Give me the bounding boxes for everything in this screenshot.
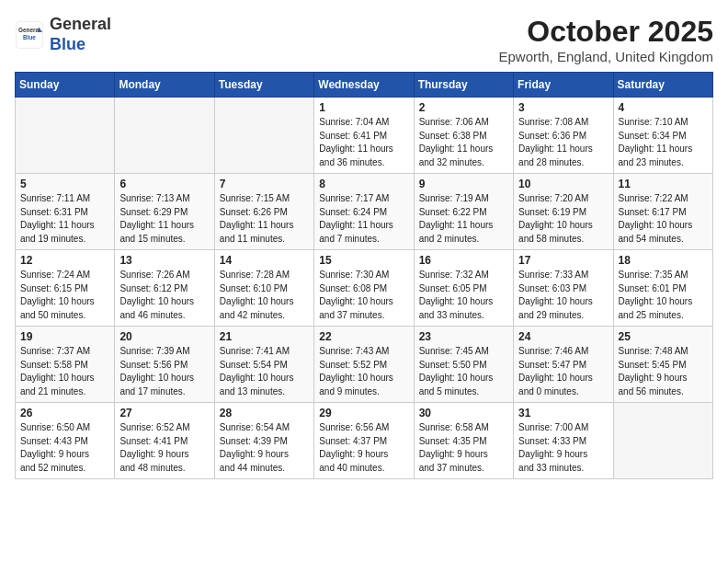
- day-number: 9: [419, 178, 508, 190]
- day-info: Sunrise: 7:00 AM Sunset: 4:33 PM Dayligh…: [518, 421, 608, 475]
- day-info: Sunrise: 7:19 AM Sunset: 6:22 PM Dayligh…: [419, 192, 508, 246]
- day-info: Sunrise: 7:32 AM Sunset: 6:05 PM Dayligh…: [419, 269, 508, 322]
- weekday-header-friday: Friday: [514, 73, 613, 98]
- calendar-cell: 13Sunrise: 7:26 AM Sunset: 6:12 PM Dayli…: [115, 250, 214, 327]
- day-info: Sunrise: 7:41 AM Sunset: 5:54 PM Dayligh…: [220, 345, 309, 398]
- day-number: 28: [220, 407, 309, 419]
- day-number: 22: [319, 330, 408, 343]
- calendar-cell: 18Sunrise: 7:35 AM Sunset: 6:01 PM Dayli…: [613, 250, 712, 327]
- day-number: 15: [319, 254, 408, 267]
- day-info: Sunrise: 7:33 AM Sunset: 6:03 PM Dayligh…: [518, 269, 608, 322]
- day-info: Sunrise: 6:54 AM Sunset: 4:39 PM Dayligh…: [220, 421, 309, 475]
- day-number: 8: [319, 178, 408, 190]
- logo-icon: General Blue: [15, 20, 44, 50]
- calendar-cell: [115, 98, 214, 174]
- calendar-cell: [16, 98, 115, 174]
- day-number: 6: [119, 178, 209, 190]
- day-number: 21: [220, 330, 309, 343]
- day-number: 18: [619, 254, 708, 267]
- day-info: Sunrise: 7:39 AM Sunset: 5:56 PM Dayligh…: [119, 345, 209, 398]
- weekday-header-monday: Monday: [115, 73, 214, 98]
- calendar-cell: 26Sunrise: 6:50 AM Sunset: 4:43 PM Dayli…: [16, 403, 115, 479]
- day-number: 13: [119, 254, 209, 267]
- day-number: 1: [319, 101, 408, 114]
- day-number: 11: [619, 178, 708, 190]
- day-info: Sunrise: 6:50 AM Sunset: 4:43 PM Dayligh…: [20, 421, 109, 475]
- weekday-header-sunday: Sunday: [16, 73, 115, 98]
- calendar-cell: [613, 403, 712, 479]
- day-number: 23: [419, 330, 508, 343]
- day-info: Sunrise: 7:37 AM Sunset: 5:58 PM Dayligh…: [20, 345, 109, 398]
- day-info: Sunrise: 7:45 AM Sunset: 5:50 PM Dayligh…: [419, 345, 508, 398]
- calendar-cell: 10Sunrise: 7:20 AM Sunset: 6:19 PM Dayli…: [514, 174, 613, 250]
- calendar-week-4: 19Sunrise: 7:37 AM Sunset: 5:58 PM Dayli…: [16, 327, 713, 403]
- calendar-cell: 14Sunrise: 7:28 AM Sunset: 6:10 PM Dayli…: [214, 250, 313, 327]
- day-info: Sunrise: 7:13 AM Sunset: 6:29 PM Dayligh…: [119, 192, 209, 246]
- day-info: Sunrise: 7:48 AM Sunset: 5:45 PM Dayligh…: [619, 345, 708, 398]
- day-info: Sunrise: 7:11 AM Sunset: 6:31 PM Dayligh…: [20, 192, 109, 246]
- calendar-cell: 27Sunrise: 6:52 AM Sunset: 4:41 PM Dayli…: [115, 403, 214, 479]
- calendar-cell: 11Sunrise: 7:22 AM Sunset: 6:17 PM Dayli…: [613, 174, 712, 250]
- calendar-cell: 4Sunrise: 7:10 AM Sunset: 6:34 PM Daylig…: [613, 98, 712, 174]
- calendar-cell: 25Sunrise: 7:48 AM Sunset: 5:45 PM Dayli…: [613, 327, 712, 403]
- weekday-header-thursday: Thursday: [414, 73, 513, 98]
- day-info: Sunrise: 7:35 AM Sunset: 6:01 PM Dayligh…: [619, 269, 708, 322]
- day-info: Sunrise: 7:26 AM Sunset: 6:12 PM Dayligh…: [119, 269, 209, 322]
- svg-text:General: General: [18, 26, 40, 32]
- calendar-cell: 31Sunrise: 7:00 AM Sunset: 4:33 PM Dayli…: [514, 403, 613, 479]
- calendar-week-2: 5Sunrise: 7:11 AM Sunset: 6:31 PM Daylig…: [16, 174, 713, 250]
- day-number: 12: [20, 254, 109, 267]
- calendar-cell: 19Sunrise: 7:37 AM Sunset: 5:58 PM Dayli…: [16, 327, 115, 403]
- day-info: Sunrise: 7:15 AM Sunset: 6:26 PM Dayligh…: [220, 192, 309, 246]
- day-info: Sunrise: 7:10 AM Sunset: 6:34 PM Dayligh…: [619, 116, 708, 169]
- calendar-cell: 9Sunrise: 7:19 AM Sunset: 6:22 PM Daylig…: [414, 174, 513, 250]
- day-number: 27: [119, 407, 209, 419]
- month-title: October 2025: [499, 15, 713, 49]
- calendar-week-5: 26Sunrise: 6:50 AM Sunset: 4:43 PM Dayli…: [16, 403, 713, 479]
- day-info: Sunrise: 7:46 AM Sunset: 5:47 PM Dayligh…: [518, 345, 608, 398]
- day-info: Sunrise: 6:58 AM Sunset: 4:35 PM Dayligh…: [419, 421, 508, 475]
- day-info: Sunrise: 6:56 AM Sunset: 4:37 PM Dayligh…: [319, 421, 408, 475]
- calendar-cell: 23Sunrise: 7:45 AM Sunset: 5:50 PM Dayli…: [414, 327, 513, 403]
- calendar-cell: [214, 98, 313, 174]
- calendar-table: SundayMondayTuesdayWednesdayThursdayFrid…: [15, 72, 713, 479]
- weekday-header-row: SundayMondayTuesdayWednesdayThursdayFrid…: [16, 73, 713, 98]
- day-number: 30: [419, 407, 508, 419]
- day-number: 4: [619, 101, 708, 114]
- page-header: General Blue General Blue October 2025 E…: [15, 15, 713, 64]
- weekday-header-wednesday: Wednesday: [314, 73, 414, 98]
- day-number: 3: [518, 101, 608, 114]
- calendar-week-1: 1Sunrise: 7:04 AM Sunset: 6:41 PM Daylig…: [16, 98, 713, 174]
- day-number: 16: [419, 254, 508, 267]
- day-number: 29: [319, 407, 408, 419]
- calendar-cell: 1Sunrise: 7:04 AM Sunset: 6:41 PM Daylig…: [314, 98, 414, 174]
- day-number: 24: [518, 330, 608, 343]
- calendar-cell: 21Sunrise: 7:41 AM Sunset: 5:54 PM Dayli…: [214, 327, 313, 403]
- day-info: Sunrise: 7:04 AM Sunset: 6:41 PM Dayligh…: [319, 116, 408, 169]
- day-number: 2: [419, 101, 508, 114]
- calendar-cell: 7Sunrise: 7:15 AM Sunset: 6:26 PM Daylig…: [214, 174, 313, 250]
- calendar-cell: 17Sunrise: 7:33 AM Sunset: 6:03 PM Dayli…: [514, 250, 613, 327]
- day-number: 26: [20, 407, 109, 419]
- calendar-cell: 3Sunrise: 7:08 AM Sunset: 6:36 PM Daylig…: [514, 98, 613, 174]
- day-info: Sunrise: 7:06 AM Sunset: 6:38 PM Dayligh…: [419, 116, 508, 169]
- calendar-cell: 8Sunrise: 7:17 AM Sunset: 6:24 PM Daylig…: [314, 174, 414, 250]
- day-info: Sunrise: 7:30 AM Sunset: 6:08 PM Dayligh…: [319, 269, 408, 322]
- calendar-cell: 5Sunrise: 7:11 AM Sunset: 6:31 PM Daylig…: [16, 174, 115, 250]
- logo-blue-text: Blue: [50, 35, 85, 53]
- day-info: Sunrise: 7:17 AM Sunset: 6:24 PM Dayligh…: [319, 192, 408, 246]
- title-area: October 2025 Epworth, England, United Ki…: [499, 15, 713, 64]
- day-number: 14: [220, 254, 309, 267]
- day-info: Sunrise: 6:52 AM Sunset: 4:41 PM Dayligh…: [119, 421, 209, 475]
- location: Epworth, England, United Kingdom: [499, 49, 713, 64]
- calendar-cell: 12Sunrise: 7:24 AM Sunset: 6:15 PM Dayli…: [16, 250, 115, 327]
- day-number: 10: [518, 178, 608, 190]
- calendar-cell: 6Sunrise: 7:13 AM Sunset: 6:29 PM Daylig…: [115, 174, 214, 250]
- day-number: 17: [518, 254, 608, 267]
- weekday-header-saturday: Saturday: [613, 73, 712, 98]
- calendar-cell: 28Sunrise: 6:54 AM Sunset: 4:39 PM Dayli…: [214, 403, 313, 479]
- day-number: 31: [518, 407, 608, 419]
- calendar-cell: 2Sunrise: 7:06 AM Sunset: 6:38 PM Daylig…: [414, 98, 513, 174]
- day-info: Sunrise: 7:20 AM Sunset: 6:19 PM Dayligh…: [518, 192, 608, 246]
- logo-general-text: General: [50, 15, 111, 33]
